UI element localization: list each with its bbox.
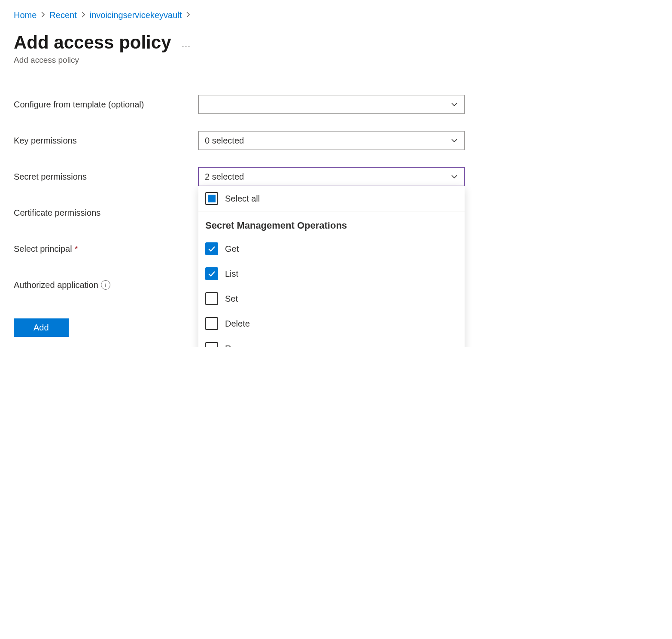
- row-key-permissions: Key permissions 0 selected: [14, 131, 658, 150]
- label-secret-permissions: Secret permissions: [14, 172, 198, 182]
- page-subtitle: Add access policy: [14, 55, 658, 65]
- breadcrumb: Home Recent invoicingservicekeyvault: [14, 10, 658, 20]
- label-authorized-application-text: Authorized application: [14, 280, 98, 290]
- page-header: Add access policy ··· Add access policy: [14, 32, 658, 65]
- page-title: Add access policy: [14, 32, 171, 53]
- label-certificate-permissions: Certificate permissions: [14, 208, 198, 218]
- dropdown-option-label: Get: [225, 244, 239, 254]
- info-icon[interactable]: i: [101, 280, 110, 290]
- dropdown-option[interactable]: Delete: [198, 311, 465, 336]
- add-button[interactable]: Add: [14, 318, 69, 337]
- dropdown-secret-permissions: Select allSecret Management OperationsGe…: [198, 186, 465, 347]
- chevron-right-icon: [41, 12, 45, 19]
- dropdown-group-header: Secret Management Operations: [198, 211, 465, 236]
- select-key-permissions[interactable]: 0 selected: [198, 131, 465, 150]
- dropdown-option[interactable]: List: [198, 261, 465, 286]
- select-key-value: 0 selected: [205, 136, 244, 146]
- required-asterisk: *: [75, 244, 78, 254]
- dropdown-option[interactable]: Recover: [198, 336, 465, 347]
- label-key-permissions: Key permissions: [14, 136, 198, 146]
- dropdown-option[interactable]: Get: [198, 236, 465, 261]
- dropdown-option[interactable]: Set: [198, 286, 465, 311]
- more-icon[interactable]: ···: [182, 42, 191, 51]
- row-template: Configure from template (optional): [14, 95, 658, 114]
- chevron-right-icon: [81, 12, 85, 19]
- dropdown-option-label: Set: [225, 294, 238, 304]
- dropdown-select-all-label: Select all: [225, 194, 260, 204]
- checkbox[interactable]: [205, 242, 218, 255]
- select-secret-value: 2 selected: [205, 172, 244, 182]
- label-template: Configure from template (optional): [14, 100, 198, 110]
- label-authorized-application: Authorized application i: [14, 280, 198, 290]
- dropdown-option-label: List: [225, 269, 238, 279]
- chevron-down-icon: [450, 173, 458, 180]
- checkbox[interactable]: [205, 317, 218, 330]
- breadcrumb-link-home[interactable]: Home: [14, 10, 36, 20]
- dropdown-select-all[interactable]: Select all: [198, 186, 465, 211]
- chevron-down-icon: [450, 137, 458, 144]
- label-select-principal-text: Select principal: [14, 244, 72, 254]
- checkbox[interactable]: [205, 342, 218, 347]
- chevron-right-icon: [186, 12, 190, 19]
- breadcrumb-link-resource[interactable]: invoicingservicekeyvault: [90, 10, 182, 20]
- breadcrumb-link-recent[interactable]: Recent: [49, 10, 76, 20]
- chevron-down-icon: [450, 101, 458, 108]
- checkbox[interactable]: [205, 267, 218, 280]
- checkbox[interactable]: [205, 292, 218, 305]
- select-secret-permissions[interactable]: 2 selected: [198, 167, 465, 186]
- dropdown-option-label: Recover: [225, 344, 257, 348]
- checkbox-select-all[interactable]: [205, 192, 218, 205]
- select-template[interactable]: [198, 95, 465, 114]
- label-select-principal: Select principal *: [14, 244, 198, 254]
- row-secret-permissions: Secret permissions 2 selected Select all…: [14, 167, 658, 186]
- dropdown-option-label: Delete: [225, 319, 250, 329]
